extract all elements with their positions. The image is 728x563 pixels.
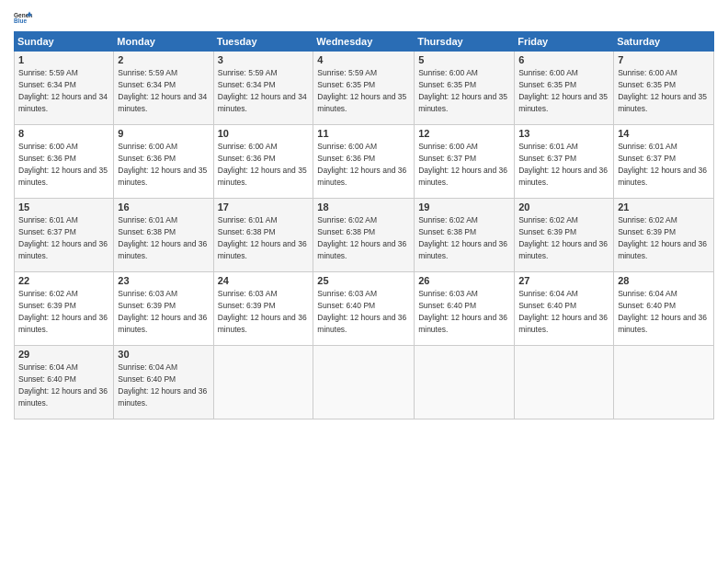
calendar-cell: 8 Sunrise: 6:00 AM Sunset: 6:36 PM Dayli… xyxy=(15,125,114,199)
day-info: Sunrise: 6:02 AM Sunset: 6:38 PM Dayligh… xyxy=(418,215,507,260)
day-info: Sunrise: 6:02 AM Sunset: 6:39 PM Dayligh… xyxy=(618,215,707,260)
day-info: Sunrise: 6:03 AM Sunset: 6:39 PM Dayligh… xyxy=(118,289,207,334)
calendar-cell: 3 Sunrise: 5:59 AM Sunset: 6:34 PM Dayli… xyxy=(213,52,313,125)
weekday-saturday: Saturday xyxy=(614,32,714,52)
weekday-monday: Monday xyxy=(114,32,213,52)
day-number: 29 xyxy=(18,349,109,360)
calendar-cell: 2 Sunrise: 5:59 AM Sunset: 6:34 PM Dayli… xyxy=(114,52,213,125)
day-number: 30 xyxy=(118,349,209,360)
calendar-cell xyxy=(415,346,515,419)
day-number: 1 xyxy=(18,54,109,65)
day-number: 12 xyxy=(418,128,510,139)
calendar-cell: 7 Sunrise: 6:00 AM Sunset: 6:35 PM Dayli… xyxy=(614,52,714,125)
day-info: Sunrise: 6:01 AM Sunset: 6:38 PM Dayligh… xyxy=(118,215,207,260)
calendar-cell: 19 Sunrise: 6:02 AM Sunset: 6:38 PM Dayl… xyxy=(415,199,515,272)
calendar-cell xyxy=(614,346,714,419)
calendar-table: SundayMondayTuesdayWednesdayThursdayFrid… xyxy=(14,31,714,419)
week-row-2: 8 Sunrise: 6:00 AM Sunset: 6:36 PM Dayli… xyxy=(15,125,714,199)
day-number: 8 xyxy=(18,128,109,139)
day-info: Sunrise: 5:59 AM Sunset: 6:35 PM Dayligh… xyxy=(317,68,406,113)
week-row-4: 22 Sunrise: 6:02 AM Sunset: 6:39 PM Dayl… xyxy=(15,272,714,346)
calendar-cell: 21 Sunrise: 6:02 AM Sunset: 6:39 PM Dayl… xyxy=(614,199,714,272)
weekday-sunday: Sunday xyxy=(15,32,114,52)
day-info: Sunrise: 6:00 AM Sunset: 6:36 PM Dayligh… xyxy=(317,142,406,187)
day-info: Sunrise: 6:04 AM Sunset: 6:40 PM Dayligh… xyxy=(518,289,608,334)
day-info: Sunrise: 6:02 AM Sunset: 6:39 PM Dayligh… xyxy=(518,215,608,260)
calendar-cell: 14 Sunrise: 6:01 AM Sunset: 6:37 PM Dayl… xyxy=(614,125,714,199)
calendar-cell: 28 Sunrise: 6:04 AM Sunset: 6:40 PM Dayl… xyxy=(614,272,714,346)
day-number: 26 xyxy=(418,275,510,286)
day-number: 9 xyxy=(118,128,209,139)
day-info: Sunrise: 5:59 AM Sunset: 6:34 PM Dayligh… xyxy=(118,68,207,113)
calendar-cell: 5 Sunrise: 6:00 AM Sunset: 6:35 PM Dayli… xyxy=(415,52,515,125)
day-number: 15 xyxy=(18,201,109,213)
day-number: 14 xyxy=(618,128,710,139)
day-info: Sunrise: 6:00 AM Sunset: 6:36 PM Dayligh… xyxy=(218,142,307,187)
day-info: Sunrise: 6:03 AM Sunset: 6:39 PM Dayligh… xyxy=(218,289,307,334)
calendar-cell: 18 Sunrise: 6:02 AM Sunset: 6:38 PM Dayl… xyxy=(313,199,415,272)
week-row-3: 15 Sunrise: 6:01 AM Sunset: 6:37 PM Dayl… xyxy=(15,199,714,272)
day-info: Sunrise: 6:01 AM Sunset: 6:38 PM Dayligh… xyxy=(218,215,307,260)
calendar-cell xyxy=(313,346,415,419)
day-number: 2 xyxy=(118,54,209,65)
header: General Blue xyxy=(14,9,714,28)
calendar-cell: 10 Sunrise: 6:00 AM Sunset: 6:36 PM Dayl… xyxy=(213,125,313,199)
day-number: 19 xyxy=(418,201,510,213)
calendar-cell: 1 Sunrise: 5:59 AM Sunset: 6:34 PM Dayli… xyxy=(15,52,114,125)
day-number: 16 xyxy=(118,201,209,213)
calendar-cell: 30 Sunrise: 6:04 AM Sunset: 6:40 PM Dayl… xyxy=(114,346,213,419)
calendar-cell: 27 Sunrise: 6:04 AM Sunset: 6:40 PM Dayl… xyxy=(515,272,614,346)
day-info: Sunrise: 6:04 AM Sunset: 6:40 PM Dayligh… xyxy=(18,362,108,408)
weekday-tuesday: Tuesday xyxy=(213,32,313,52)
calendar-cell: 16 Sunrise: 6:01 AM Sunset: 6:38 PM Dayl… xyxy=(114,199,213,272)
day-number: 23 xyxy=(118,275,209,286)
day-info: Sunrise: 6:02 AM Sunset: 6:38 PM Dayligh… xyxy=(317,215,406,260)
day-number: 17 xyxy=(218,201,310,213)
week-row-1: 1 Sunrise: 5:59 AM Sunset: 6:34 PM Dayli… xyxy=(15,52,714,125)
calendar-cell: 4 Sunrise: 5:59 AM Sunset: 6:35 PM Dayli… xyxy=(313,52,415,125)
calendar-cell: 9 Sunrise: 6:00 AM Sunset: 6:36 PM Dayli… xyxy=(114,125,213,199)
day-info: Sunrise: 6:00 AM Sunset: 6:35 PM Dayligh… xyxy=(518,68,608,113)
day-number: 28 xyxy=(618,275,710,286)
calendar-cell: 6 Sunrise: 6:00 AM Sunset: 6:35 PM Dayli… xyxy=(515,52,614,125)
day-number: 6 xyxy=(518,54,609,65)
calendar-cell: 12 Sunrise: 6:00 AM Sunset: 6:37 PM Dayl… xyxy=(415,125,515,199)
day-number: 20 xyxy=(518,201,609,213)
calendar-cell: 15 Sunrise: 6:01 AM Sunset: 6:37 PM Dayl… xyxy=(15,199,114,272)
day-info: Sunrise: 5:59 AM Sunset: 6:34 PM Dayligh… xyxy=(218,68,307,113)
calendar-cell: 29 Sunrise: 6:04 AM Sunset: 6:40 PM Dayl… xyxy=(15,346,114,419)
logo-icon: General Blue xyxy=(14,9,32,28)
calendar-cell: 25 Sunrise: 6:03 AM Sunset: 6:40 PM Dayl… xyxy=(313,272,415,346)
day-number: 25 xyxy=(317,275,410,286)
day-number: 22 xyxy=(18,275,109,286)
calendar-cell xyxy=(515,346,614,419)
logo: General Blue xyxy=(14,9,32,28)
day-number: 13 xyxy=(518,128,609,139)
day-info: Sunrise: 6:01 AM Sunset: 6:37 PM Dayligh… xyxy=(618,142,707,187)
day-number: 10 xyxy=(218,128,310,139)
page: General Blue SundayMondayTuesdayWednesda… xyxy=(0,0,728,563)
day-info: Sunrise: 6:01 AM Sunset: 6:37 PM Dayligh… xyxy=(518,142,608,187)
day-info: Sunrise: 6:01 AM Sunset: 6:37 PM Dayligh… xyxy=(18,215,108,260)
calendar-cell: 17 Sunrise: 6:01 AM Sunset: 6:38 PM Dayl… xyxy=(213,199,313,272)
weekday-header-row: SundayMondayTuesdayWednesdayThursdayFrid… xyxy=(15,32,714,52)
day-number: 24 xyxy=(218,275,310,286)
calendar-cell: 13 Sunrise: 6:01 AM Sunset: 6:37 PM Dayl… xyxy=(515,125,614,199)
day-number: 7 xyxy=(618,54,710,65)
day-number: 21 xyxy=(618,201,710,213)
day-number: 18 xyxy=(317,201,410,213)
day-info: Sunrise: 6:02 AM Sunset: 6:39 PM Dayligh… xyxy=(18,289,108,334)
day-info: Sunrise: 6:00 AM Sunset: 6:35 PM Dayligh… xyxy=(418,68,507,113)
day-number: 5 xyxy=(418,54,510,65)
day-info: Sunrise: 6:03 AM Sunset: 6:40 PM Dayligh… xyxy=(418,289,507,334)
day-number: 3 xyxy=(218,54,310,65)
svg-text:Blue: Blue xyxy=(14,17,27,24)
weekday-friday: Friday xyxy=(515,32,614,52)
day-number: 27 xyxy=(518,275,609,286)
calendar-cell: 22 Sunrise: 6:02 AM Sunset: 6:39 PM Dayl… xyxy=(15,272,114,346)
week-row-5: 29 Sunrise: 6:04 AM Sunset: 6:40 PM Dayl… xyxy=(15,346,714,419)
calendar-cell: 23 Sunrise: 6:03 AM Sunset: 6:39 PM Dayl… xyxy=(114,272,213,346)
day-info: Sunrise: 6:00 AM Sunset: 6:37 PM Dayligh… xyxy=(418,142,507,187)
day-info: Sunrise: 6:00 AM Sunset: 6:35 PM Dayligh… xyxy=(618,68,707,113)
day-info: Sunrise: 6:04 AM Sunset: 6:40 PM Dayligh… xyxy=(618,289,707,334)
